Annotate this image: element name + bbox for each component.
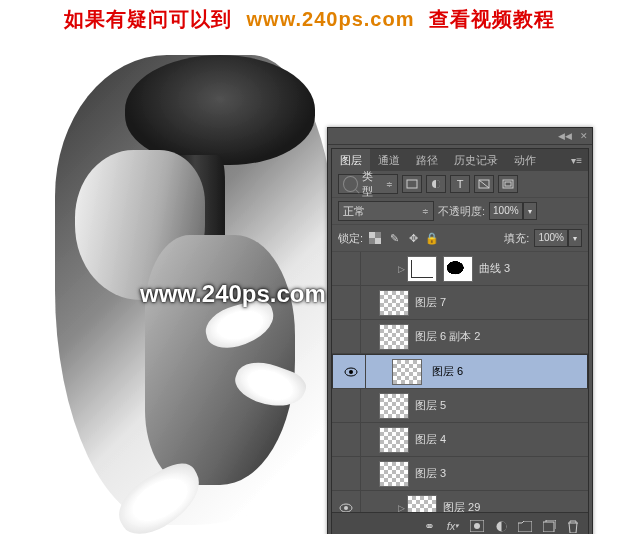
layer-name[interactable]: 图层 3	[415, 466, 446, 481]
filter-adjust-icon[interactable]	[426, 175, 446, 193]
new-layer-icon[interactable]	[538, 517, 560, 534]
tab-paths[interactable]: 路径	[408, 149, 446, 171]
layer-thumb	[392, 359, 422, 385]
layer-name[interactable]: 曲线 3	[479, 261, 510, 276]
visibility-toggle[interactable]	[332, 252, 361, 285]
lock-position-icon[interactable]: ✥	[406, 231, 420, 245]
blend-mode-value: 正常	[343, 204, 365, 219]
expand-triangle-icon[interactable]: ▷	[395, 503, 407, 513]
chevron-down-icon: ▾	[523, 202, 537, 220]
lock-row: 锁定: ✎ ✥ 🔒 填充: 100% ▾	[332, 225, 588, 252]
svg-rect-5	[505, 182, 511, 186]
layer-mask-icon[interactable]	[466, 517, 488, 534]
layer-name[interactable]: 图层 5	[415, 398, 446, 413]
fill-value: 100%	[534, 229, 568, 247]
layer-row[interactable]: ▷曲线 3	[332, 252, 588, 286]
layer-name[interactable]: 图层 4	[415, 432, 446, 447]
blend-mode-select[interactable]: 正常 ≑	[338, 201, 434, 221]
layer-thumb-curves	[407, 256, 437, 282]
tab-layers[interactable]: 图层	[332, 149, 370, 171]
chevron-down-icon: ≑	[386, 180, 393, 189]
tab-actions[interactable]: 动作	[506, 149, 544, 171]
layer-name[interactable]: 图层 7	[415, 295, 446, 310]
layer-mask-thumb	[443, 256, 473, 282]
panel-close-icon[interactable]: ✕	[576, 131, 592, 141]
opacity-label: 不透明度:	[438, 204, 485, 219]
layer-thumb	[407, 495, 437, 513]
layer-thumb	[379, 461, 409, 487]
hat-shape	[125, 55, 315, 165]
banner-text-1: 如果有疑问可以到	[64, 8, 232, 30]
group-icon[interactable]	[514, 517, 536, 534]
svg-rect-0	[407, 180, 417, 188]
layer-row[interactable]: 图层 5	[332, 389, 588, 423]
adjustment-layer-icon[interactable]	[490, 517, 512, 534]
chevron-down-icon: ▾	[568, 229, 582, 247]
search-icon	[343, 176, 358, 192]
layer-name[interactable]: 图层 29	[443, 500, 480, 512]
panel-menu-icon[interactable]: ▾≡	[565, 155, 588, 166]
svg-point-14	[474, 523, 480, 529]
panel-footer: ⚭ fx▾	[332, 512, 588, 534]
banner-url: www.240ps.com	[247, 8, 415, 30]
svg-rect-7	[369, 232, 375, 238]
visibility-toggle[interactable]	[332, 457, 361, 490]
svg-point-10	[349, 370, 353, 374]
panel-tabs: 图层 通道 路径 历史记录 动作 ▾≡	[332, 149, 588, 171]
svg-rect-8	[375, 238, 381, 244]
tab-channels[interactable]: 通道	[370, 149, 408, 171]
layer-fx-icon[interactable]: fx▾	[442, 517, 464, 534]
layer-row[interactable]: 图层 6 副本 2	[332, 320, 588, 354]
lock-label: 锁定:	[338, 231, 363, 246]
arm-shape	[145, 235, 295, 485]
layers-panel: ◀◀ ✕ 图层 通道 路径 历史记录 动作 ▾≡ 类型 ≑ T 正常 ≑ 不透明…	[327, 127, 593, 534]
layer-thumb	[379, 324, 409, 350]
tutorial-banner: 如果有疑问可以到 www.240ps.com 查看视频教程	[0, 6, 619, 33]
layer-thumb	[379, 393, 409, 419]
visibility-toggle[interactable]	[332, 320, 361, 353]
filter-row: 类型 ≑ T	[332, 171, 588, 198]
layer-row[interactable]: 图层 4	[332, 423, 588, 457]
svg-point-12	[344, 506, 348, 510]
layer-thumb	[379, 290, 409, 316]
fill-input[interactable]: 100% ▾	[534, 229, 582, 247]
layer-row[interactable]: 图层 6	[332, 354, 588, 389]
layer-name[interactable]: 图层 6 副本 2	[415, 329, 480, 344]
layers-list: ▷曲线 3图层 7图层 6 副本 2图层 6图层 5图层 4图层 3▷图层 29	[332, 252, 588, 512]
banner-text-2: 查看视频教程	[429, 8, 555, 30]
delete-layer-icon[interactable]	[562, 517, 584, 534]
watermark: www.240ps.com	[140, 280, 326, 308]
opacity-input[interactable]: 100% ▾	[489, 202, 537, 220]
visibility-toggle[interactable]	[332, 423, 361, 456]
layer-row[interactable]: 图层 3	[332, 457, 588, 491]
link-layers-icon[interactable]: ⚭	[418, 517, 440, 534]
filter-label: 类型	[362, 169, 382, 199]
svg-rect-17	[543, 522, 554, 532]
layer-name[interactable]: 图层 6	[432, 364, 463, 379]
layer-row[interactable]: 图层 7	[332, 286, 588, 320]
lock-all-icon[interactable]: 🔒	[425, 231, 439, 245]
visibility-toggle[interactable]	[332, 389, 361, 422]
expand-triangle-icon[interactable]: ▷	[395, 264, 407, 274]
layer-row[interactable]: ▷图层 29	[332, 491, 588, 512]
chevron-down-icon: ≑	[422, 207, 429, 216]
filter-type-select[interactable]: 类型 ≑	[338, 174, 398, 194]
panel-collapse-arrows[interactable]: ◀◀	[554, 131, 576, 141]
filter-type-icon[interactable]: T	[450, 175, 470, 193]
opacity-value: 100%	[489, 202, 523, 220]
filter-pixel-icon[interactable]	[402, 175, 422, 193]
fill-label: 填充:	[504, 231, 529, 246]
visibility-toggle[interactable]	[332, 286, 361, 319]
visibility-toggle[interactable]	[337, 355, 366, 388]
visibility-toggle[interactable]	[332, 491, 361, 512]
filter-shape-icon[interactable]	[474, 175, 494, 193]
panel-titlebar: ◀◀ ✕	[328, 128, 592, 145]
layer-thumb	[379, 427, 409, 453]
lock-transparency-icon[interactable]	[368, 231, 382, 245]
filter-smart-icon[interactable]	[498, 175, 518, 193]
lock-pixels-icon[interactable]: ✎	[387, 231, 401, 245]
tab-history[interactable]: 历史记录	[446, 149, 506, 171]
blend-row: 正常 ≑ 不透明度: 100% ▾	[332, 198, 588, 225]
